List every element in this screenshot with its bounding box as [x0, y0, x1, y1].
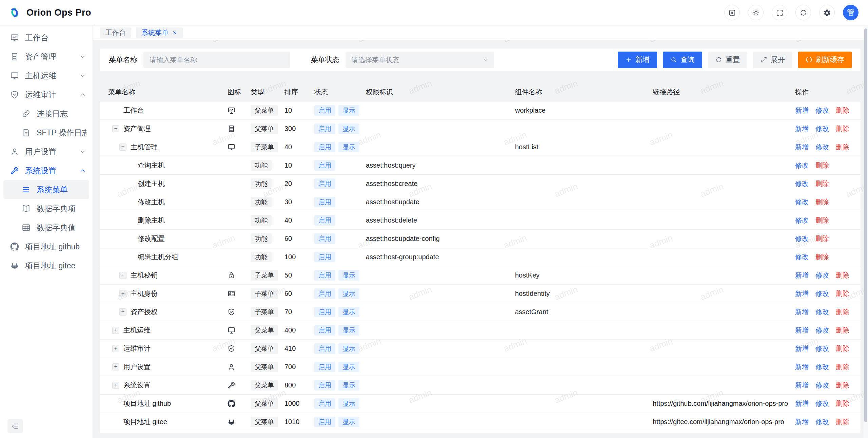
tab-label: 工作台	[105, 28, 126, 37]
cell-type: 功能	[251, 160, 284, 171]
fullscreen-button[interactable]	[772, 5, 787, 20]
type-badge: 子菜单	[251, 270, 278, 281]
sidebar-item-sftp-log[interactable]: SFTP 操作日志	[0, 123, 93, 142]
tree-minus-toggle[interactable]: −	[119, 144, 126, 151]
tab-system-menu[interactable]: 系统菜单	[136, 27, 183, 38]
refresh-icon	[800, 9, 807, 17]
reload-button[interactable]	[795, 5, 811, 20]
row-add-link[interactable]: 新增	[795, 271, 809, 280]
row-add-link[interactable]: 新增	[795, 381, 809, 390]
sidebar-item-asset[interactable]: 资产管理	[0, 47, 93, 66]
sidebar-item-sys-setting[interactable]: 系统设置	[0, 161, 93, 180]
row-edit-link[interactable]: 修改	[815, 399, 829, 408]
row-delete-link[interactable]: 删除	[836, 142, 849, 152]
row-edit-link[interactable]: 修改	[795, 197, 809, 207]
row-delete-link[interactable]: 删除	[815, 252, 829, 262]
row-edit-link[interactable]: 修改	[815, 362, 829, 372]
menu-name-input[interactable]	[143, 52, 290, 68]
tree-plus-toggle[interactable]: +	[112, 382, 119, 389]
sidebar-item-user-setting[interactable]: 用户设置	[0, 142, 93, 161]
row-edit-link[interactable]: 修改	[795, 161, 809, 170]
tree-plus-toggle[interactable]: +	[119, 272, 126, 279]
code-panel-button[interactable]	[724, 5, 740, 20]
button-label: 新增	[635, 55, 650, 64]
sidebar-item-dict-key[interactable]: 数据字典项	[0, 199, 93, 218]
row-delete-link[interactable]: 删除	[836, 344, 849, 353]
row-add-link[interactable]: 新增	[795, 289, 809, 298]
row-delete-link[interactable]: 删除	[836, 381, 849, 390]
row-add-link[interactable]: 新增	[795, 417, 809, 426]
row-delete-link[interactable]: 删除	[836, 106, 849, 115]
sidebar-item-sys-menu[interactable]: 系统菜单	[3, 180, 89, 199]
row-delete-link[interactable]: 删除	[836, 417, 849, 426]
row-add-link[interactable]: 新增	[795, 399, 809, 408]
refresh-cache-button[interactable]: 刷新缓存	[798, 52, 852, 68]
row-delete-link[interactable]: 删除	[836, 362, 849, 372]
sidebar-item-gitee[interactable]: 项目地址 gitee	[0, 256, 93, 275]
row-edit-link[interactable]: 修改	[815, 289, 829, 298]
row-delete-link[interactable]: 删除	[815, 216, 829, 225]
row-add-link[interactable]: 新增	[795, 307, 809, 317]
cell-operations: 修改删除	[795, 252, 852, 262]
settings-button[interactable]	[819, 5, 835, 20]
scrollbar-thumb[interactable]	[864, 28, 867, 422]
user-avatar[interactable]: 管	[843, 5, 859, 20]
row-add-link[interactable]: 新增	[795, 106, 809, 115]
sidebar-item-audit[interactable]: 运维审计	[0, 85, 93, 104]
row-edit-link[interactable]: 修改	[815, 142, 829, 152]
row-delete-link[interactable]: 删除	[815, 234, 829, 243]
sidebar-item-dict-value[interactable]: 数据字典值	[0, 218, 93, 237]
row-edit-link[interactable]: 修改	[815, 381, 829, 390]
row-edit-link[interactable]: 修改	[815, 124, 829, 133]
row-delete-link[interactable]: 删除	[836, 326, 849, 335]
sidebar-item-host-ops[interactable]: 主机运维	[0, 66, 93, 85]
cell-operations: 修改删除	[795, 216, 852, 225]
sidebar-item-connect-log[interactable]: 连接日志	[0, 104, 93, 123]
row-delete-link[interactable]: 删除	[815, 197, 829, 207]
row-delete-link[interactable]: 删除	[836, 271, 849, 280]
row-edit-link[interactable]: 修改	[815, 344, 829, 353]
cell-permission: asset:host:update-config	[366, 235, 515, 243]
row-edit-link[interactable]: 修改	[795, 252, 809, 262]
filter-buttons: 新增查询重置展开刷新缓存	[618, 52, 852, 68]
tree-minus-toggle[interactable]: −	[112, 125, 119, 132]
row-add-link[interactable]: 新增	[795, 142, 809, 152]
reset-button[interactable]: 重置	[708, 52, 747, 68]
tree-plus-toggle[interactable]: +	[112, 345, 119, 352]
row-add-link[interactable]: 新增	[795, 344, 809, 353]
row-edit-link[interactable]: 修改	[815, 106, 829, 115]
row-edit-link[interactable]: 修改	[815, 271, 829, 280]
row-edit-link[interactable]: 修改	[795, 234, 809, 243]
cell-menu-name: 项目地址 gitee	[108, 417, 228, 426]
row-add-link[interactable]: 新增	[795, 326, 809, 335]
query-button[interactable]: 查询	[663, 52, 702, 68]
row-add-link[interactable]: 新增	[795, 362, 809, 372]
row-edit-link[interactable]: 修改	[795, 216, 809, 225]
sidebar-item-github[interactable]: 项目地址 github	[0, 237, 93, 256]
tree-plus-toggle[interactable]: +	[119, 290, 126, 297]
sidebar-item-workplace[interactable]: 工作台	[0, 28, 93, 47]
row-edit-link[interactable]: 修改	[815, 307, 829, 317]
menu-status-select[interactable]: 请选择菜单状态	[346, 52, 494, 68]
row-delete-link[interactable]: 删除	[815, 161, 829, 170]
tree-plus-toggle[interactable]: +	[119, 308, 126, 316]
row-edit-link[interactable]: 修改	[815, 326, 829, 335]
row-delete-link[interactable]: 删除	[836, 399, 849, 408]
collapse-sidebar-button[interactable]	[7, 419, 23, 433]
tree-plus-toggle[interactable]: +	[112, 327, 119, 334]
row-add-link[interactable]: 新增	[795, 124, 809, 133]
add-button[interactable]: 新增	[618, 52, 657, 68]
row-delete-link[interactable]: 删除	[836, 289, 849, 298]
tab-workplace[interactable]: 工作台	[100, 27, 131, 38]
row-delete-link[interactable]: 删除	[815, 179, 829, 188]
tree-plus-toggle[interactable]: +	[112, 363, 119, 370]
row-edit-link[interactable]: 修改	[795, 179, 809, 188]
sidebar-menu: 工作台资产管理主机运维运维审计连接日志SFTP 操作日志用户设置系统设置系统菜单…	[0, 28, 93, 275]
menu-name-text: 资产管理	[123, 124, 151, 133]
expand-button[interactable]: 展开	[753, 52, 792, 68]
close-icon[interactable]	[172, 30, 178, 36]
row-delete-link[interactable]: 删除	[836, 124, 849, 133]
row-edit-link[interactable]: 修改	[815, 417, 829, 426]
row-delete-link[interactable]: 删除	[836, 307, 849, 317]
theme-toggle-button[interactable]	[748, 5, 764, 20]
